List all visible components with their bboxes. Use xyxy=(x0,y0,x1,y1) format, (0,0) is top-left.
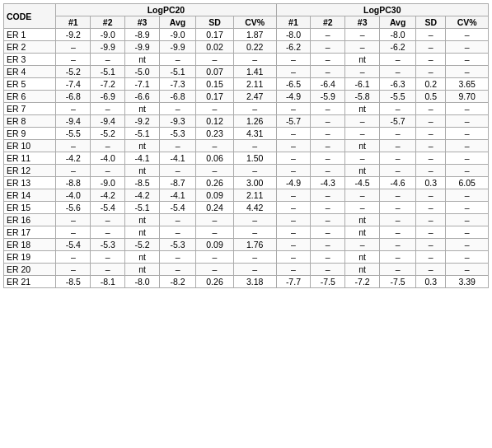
lpc30-cell-3: – xyxy=(380,54,416,66)
lpc20-cell-0: – xyxy=(56,226,91,239)
code-cell: ER 14 xyxy=(4,189,56,202)
lpc30-cell-5: – xyxy=(446,239,489,251)
logpc20-group-header: LogPC20 xyxy=(56,4,276,16)
lpc30-cell-2: – xyxy=(345,128,380,140)
lpc20-cell-2: nt xyxy=(125,214,160,226)
lpc30-cell-0: – xyxy=(276,152,311,165)
lpc20-cell-5: 0.22 xyxy=(233,41,276,54)
lpc30-cell-0: – xyxy=(276,251,311,264)
lpc30-cell-5: 9.70 xyxy=(446,91,489,103)
lpc20-cell-3: -9.0 xyxy=(159,29,195,41)
lpc30-cell-0: – xyxy=(276,226,311,239)
code-cell: ER 20 xyxy=(4,264,56,276)
lpc30-cell-3: -7.5 xyxy=(380,276,416,288)
lpc30-cell-2: – xyxy=(345,152,380,165)
lpc30-cell-4: – xyxy=(416,202,446,214)
lpc30-cell-1: – xyxy=(311,264,345,276)
lpc20-cell-4: 0.09 xyxy=(196,239,234,251)
lpc20-cell-0: -4.2 xyxy=(56,152,91,165)
lpc30-cell-4: 0.5 xyxy=(416,91,446,103)
lpc30-cell-5: – xyxy=(446,152,489,165)
table-row: ER 18-5.4-5.3-5.2-5.30.091.76–––––– xyxy=(4,239,489,251)
lpc20-cell-1: -5.1 xyxy=(91,66,125,78)
lpc30-cell-1: – xyxy=(311,214,345,226)
lpc20-cell-5: 2.47 xyxy=(233,91,276,103)
lpc30-cell-0: – xyxy=(276,103,311,115)
lpc30-cell-1: -6.4 xyxy=(311,78,345,91)
lpc20-cell-3: – xyxy=(159,54,195,66)
lpc30-cell-4: – xyxy=(416,140,446,152)
lpc20-cell-0: – xyxy=(56,214,91,226)
lpc30-cell-0: -7.7 xyxy=(276,276,311,288)
lpc20-cell-2: -6.6 xyxy=(125,91,160,103)
lpc20-cell-3: -8.7 xyxy=(159,177,195,189)
lpc30-cell-0: – xyxy=(276,189,311,202)
lpc20-cell-2: -9.9 xyxy=(125,41,160,54)
lpc20-cell-4: 0.15 xyxy=(196,78,234,91)
lpc20-cell-4: 0.07 xyxy=(196,66,234,78)
lpc20-cell-2: nt xyxy=(125,54,160,66)
lpc20-cell-0: – xyxy=(56,264,91,276)
lpc20-cell-2: -5.0 xyxy=(125,66,160,78)
lpc30-cell-1: – xyxy=(311,239,345,251)
lpc20-cell-1: – xyxy=(91,140,125,152)
lpc30-cell-2: nt xyxy=(345,264,380,276)
lpc20-cell-1: – xyxy=(91,214,125,226)
lpc30-cell-2: – xyxy=(345,202,380,214)
lpc20-cell-5: 3.00 xyxy=(233,177,276,189)
lpc20-cell-4: 0.26 xyxy=(196,177,234,189)
lpc20-cell-2: -4.1 xyxy=(125,152,160,165)
table-row: ER 16––nt–––––nt––– xyxy=(4,214,489,226)
lpc20-cell-2: nt xyxy=(125,103,160,115)
lpc30-cell-1: -4.3 xyxy=(311,177,345,189)
code-cell: ER 4 xyxy=(4,66,56,78)
lpc20-cell-4: 0.23 xyxy=(196,128,234,140)
lpc20-cell-1: – xyxy=(91,54,125,66)
lpc20-cell-4: – xyxy=(196,140,234,152)
lpc20-cell-2: nt xyxy=(125,140,160,152)
code-cell: ER 19 xyxy=(4,251,56,264)
lpc20-cell-5: – xyxy=(233,54,276,66)
lpc20-cell-0: -5.4 xyxy=(56,239,91,251)
lpc20-cell-0: -8.8 xyxy=(56,177,91,189)
lpc30-cell-2: -6.1 xyxy=(345,78,380,91)
lpc30-cell-0: -4.9 xyxy=(276,91,311,103)
lpc30-cell-0: – xyxy=(276,54,311,66)
lpc20-cell-0: – xyxy=(56,54,91,66)
lpc30-cell-0: -6.2 xyxy=(276,41,311,54)
lpc20-cell-1: -5.4 xyxy=(91,202,125,214)
code-cell: ER 18 xyxy=(4,239,56,251)
lpc30-cell-3: – xyxy=(380,152,416,165)
lpc30-cell-4: – xyxy=(416,103,446,115)
lpc30-cell-0: – xyxy=(276,202,311,214)
lpc30-cell-2: nt xyxy=(345,214,380,226)
col-header-logpc30-Avg: Avg xyxy=(380,16,416,29)
table-row: ER 5-7.4-7.2-7.1-7.30.152.11-6.5-6.4-6.1… xyxy=(4,78,489,91)
lpc30-cell-5: – xyxy=(446,115,489,128)
lpc30-cell-3: – xyxy=(380,189,416,202)
col-header-logpc20-SD: SD xyxy=(196,16,234,29)
lpc30-cell-0: – xyxy=(276,214,311,226)
lpc30-cell-4: – xyxy=(416,189,446,202)
lpc20-cell-5: – xyxy=(233,251,276,264)
lpc30-cell-5: – xyxy=(446,264,489,276)
lpc30-cell-2: -5.8 xyxy=(345,91,380,103)
code-cell: ER 2 xyxy=(4,41,56,54)
code-cell: ER 10 xyxy=(4,140,56,152)
table-row: ER 17––nt–––––nt––– xyxy=(4,226,489,239)
lpc20-cell-3: – xyxy=(159,264,195,276)
lpc30-cell-3: – xyxy=(380,214,416,226)
lpc20-cell-4: – xyxy=(196,214,234,226)
lpc30-cell-3: – xyxy=(380,226,416,239)
lpc30-cell-5: – xyxy=(446,189,489,202)
lpc20-cell-3: – xyxy=(159,251,195,264)
lpc30-cell-3: – xyxy=(380,165,416,177)
lpc20-cell-0: -9.4 xyxy=(56,115,91,128)
lpc30-cell-4: – xyxy=(416,29,446,41)
lpc30-cell-5: – xyxy=(446,128,489,140)
lpc30-cell-5: – xyxy=(446,165,489,177)
code-cell: ER 8 xyxy=(4,115,56,128)
lpc30-cell-2: nt xyxy=(345,54,380,66)
lpc30-cell-0: – xyxy=(276,66,311,78)
lpc30-cell-2: nt xyxy=(345,103,380,115)
